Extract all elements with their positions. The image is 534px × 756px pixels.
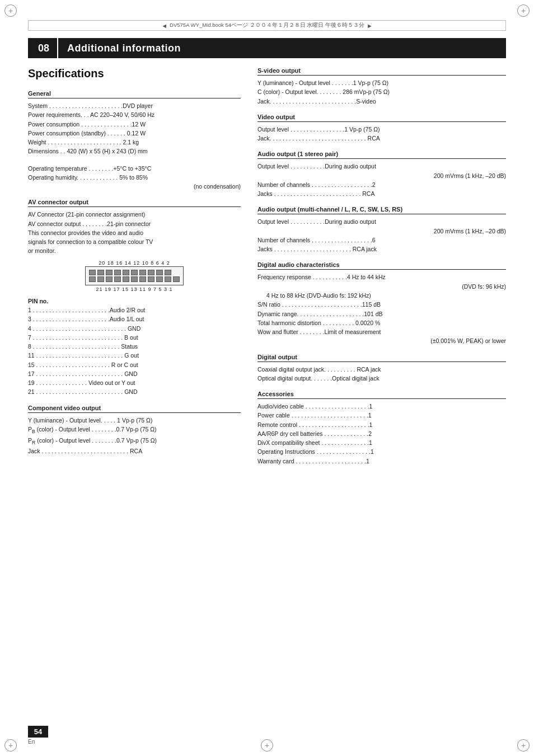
pin-4: 4 . . . . . . . . . . . . . . . . . . . … [28,324,241,333]
page-number: 54 [28,726,48,738]
file-info-bar: ◄ DV575A WY_Mid.book 54ページ ２００４年１月２８日 水曜… [28,20,506,31]
pin-cell [97,276,104,282]
pin-cell [89,270,96,275]
general-line-5: Weight . . . . . . . . . . . . . . . . .… [28,138,241,147]
av-intro-2: AV connector output . . . . . . . .21-pi… [28,219,241,228]
pin-8: 8 . . . . . . . . . . . . . . . . . . . … [28,342,241,351]
section-accessories: Accessories Audio/video cable . . . . . … [257,391,506,466]
arrow-right-icon: ► [367,22,373,29]
video-level: Output level . . . . . . . . . . . . . .… [257,125,506,134]
footer: 54 En [28,726,506,745]
pin-row-bottom [89,276,180,282]
video-jack: Jack. . . . . . . . . . . . . . . . . . … [257,134,506,143]
svideo-y: Y (luminance) - Output level . . . . . .… [257,78,506,87]
lang-label: En [28,739,35,745]
svideo-jack: Jack. . . . . . . . . . . . . . . . . . … [257,97,506,106]
pin-19: 19 . . . . . . . . . . . . . . . . Video… [28,378,241,387]
pin-cell [148,270,154,275]
da-freq-dvdaudio: 4 Hz to 88 kHz (DVD-Audio fs: 192 kHz) [257,291,506,300]
acc-remote: Remote control . . . . . . . . . . . . .… [257,420,506,429]
section-general-env: Operating temperature . . . . . . . .+5°… [28,164,241,191]
pin-21: 21 . . . . . . . . . . . . . . . . . . .… [28,387,241,396]
general-line-1: System . . . . . . . . . . . . . . . . .… [28,101,241,110]
pin-cell [131,276,138,282]
audio-multi-channels: Number of channels . . . . . . . . . . .… [257,236,506,245]
pin-cell [123,270,129,275]
right-column: S-video output Y (luminance) - Output le… [257,67,506,700]
audio-stereo-level: Output level . . . . . . . . . . .During… [257,162,506,171]
da-freq-dvd: (DVD fs: 96 kHz) [257,282,506,291]
accessories-heading: Accessories [257,391,506,399]
audio-stereo-channels: Number of channels . . . . . . . . . . .… [257,180,506,189]
pin-cell [114,270,121,275]
section-s-video: S-video output Y (luminance) - Output le… [257,67,506,106]
pin-connector [85,266,184,285]
audio-multi-level: Output level . . . . . . . . . . .During… [257,217,506,226]
audio-multi-jacks: Jacks . . . . . . . . . . . . . . . . . … [257,245,506,253]
section-audio-stereo: Audio output (1 stereo pair) Output leve… [257,151,506,198]
pin-15: 15 . . . . . . . . . . . . . . . . . . .… [28,360,241,369]
da-dynamic: Dynamic range. . . . . . . . . . . . . .… [257,309,506,318]
audio-multi-level-val: 200 mVrms (1 kHz, –20 dB) [257,227,506,236]
left-column: Specifications General System . . . . . … [28,67,241,700]
da-thd: Total harmonic distortion . . . . . . . … [257,318,506,327]
section-component-video: Component video output Y (luminance) - O… [28,405,241,456]
pin-17: 17 . . . . . . . . . . . . . . . . . . .… [28,369,241,378]
pin-cell [106,270,113,275]
pin-no-label: PIN no. [28,297,241,306]
section-av-connector: AV connector output AV Connector (21-pin… [28,199,241,396]
audio-stereo-level-val: 200 mVrms (1 kHz, –20 dB) [257,171,506,180]
general-heading: General [28,90,241,98]
acc-instructions: Operating Instructions . . . . . . . . .… [257,447,506,456]
general-line-6: Dimensions . . 420 (W) x 55 (H) x 243 (D… [28,147,241,156]
s-video-heading: S-video output [257,67,506,76]
pin-cell [89,276,96,282]
av-intro-4: signals for connection to a compatible c… [28,237,241,246]
arrow-left-icon: ◄ [161,22,167,29]
da-sn: S/N ratio . . . . . . . . . . . . . . . … [257,300,506,309]
audio-stereo-heading: Audio output (1 stereo pair) [257,151,506,159]
general-condensation: (no condensation) [28,182,241,191]
comp-y: Y (luminance) - Output level. . . . . 1 … [28,416,241,425]
general-temp: Operating temperature . . . . . . . .+5°… [28,164,241,173]
reg-mark-tl [4,4,17,17]
chapter-header: 08 Additional information [28,38,506,58]
comp-jack: Jack . . . . . . . . . . . . . . . . . .… [28,447,241,456]
svideo-c: C (color) - Output level. . . . . . . . … [257,87,506,96]
pin-cell [165,276,171,282]
pin-7: 7 . . . . . . . . . . . . . . . . . . . … [28,333,241,342]
pin-cell [123,276,129,282]
digital-audio-heading: Digital audio characteristics [257,261,506,270]
general-line-4: Power consumption (standby) . . . . . . … [28,129,241,138]
pin-cell [131,270,138,275]
pin-row-top [89,270,180,275]
comp-pr: PR (color) - Output level . . . . . . . … [28,436,241,447]
audio-stereo-jacks: Jacks . . . . . . . . . . . . . . . . . … [257,189,506,198]
acc-batteries: AA/R6P dry cell batteries . . . . . . . … [257,429,506,438]
da-wow: Wow and flutter . . . . . . . .Limit of … [257,327,506,336]
general-humidity: Operating humidity. . . . . . . . . . . … [28,173,241,182]
audio-multi-heading: Audio output (multi-channel / L, R, C, S… [257,206,506,214]
pin-cell [97,270,104,275]
pin-cell [139,276,146,282]
av-intro-3: This connector provides the video and au… [28,228,241,237]
section-video-output: Video output Output level . . . . . . . … [257,114,506,143]
digital-output-heading: Digital output [257,354,506,362]
av-intro-5: or monitor. [28,246,241,255]
pin-cell [114,276,121,282]
section-audio-multi: Audio output (multi-channel / L, R, C, S… [257,206,506,253]
component-video-heading: Component video output [28,405,241,413]
da-freq: Frequency response . . . . . . . . . . .… [257,273,506,281]
general-line-3: Power consumption . . . . . . . . . . . … [28,120,241,129]
pin-diagram: 20 18 16 14 12 10 8 6 4 2 [28,260,241,292]
pin-cell [139,270,146,275]
content-area: Specifications General System . . . . . … [28,67,506,700]
section-digital-output: Digital output Coaxial digital output ja… [257,354,506,383]
dig-coaxial: Coaxial digital output jack. . . . . . .… [257,365,506,374]
section-general: General System . . . . . . . . . . . . .… [28,90,241,156]
dig-optical: Optical digital output. . . . . . .Optic… [257,374,506,383]
reg-mark-br [517,739,530,752]
pin-cell [106,276,113,282]
pin-1: 1 . . . . . . . . . . . . . . . . . . . … [28,306,241,314]
general-line-2: Power requirements. . . AC 220–240 V, 50… [28,110,241,119]
